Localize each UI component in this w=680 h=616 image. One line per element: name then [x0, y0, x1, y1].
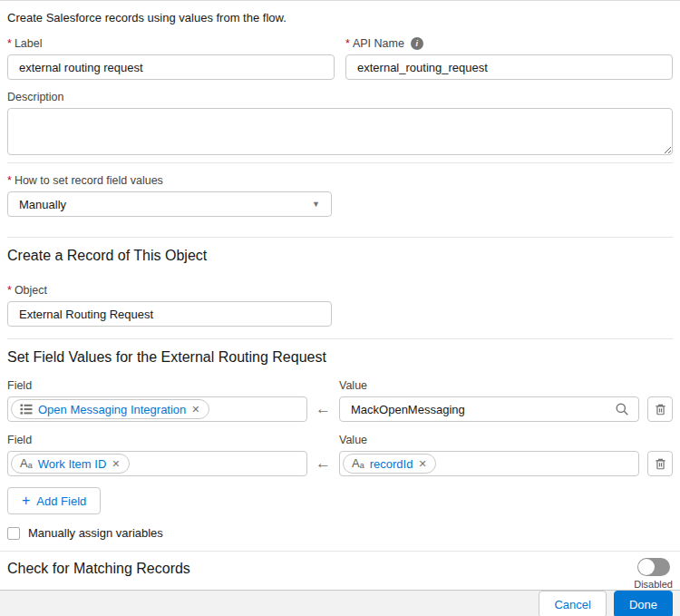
picklist-icon	[20, 403, 33, 416]
value-column-label: Value	[339, 379, 639, 392]
field-column-label: Field	[7, 379, 307, 392]
api-name-field-label: * API Name i	[345, 37, 673, 50]
done-button[interactable]: Done	[614, 591, 673, 616]
how-to-set-dropdown[interactable]: Manually ▼	[7, 191, 332, 217]
value-column-label: Value	[339, 434, 639, 446]
panel-description: Create Salesforce records using values f…	[7, 11, 673, 25]
divider	[7, 237, 673, 238]
pill-label: recordId	[370, 457, 413, 471]
close-icon[interactable]: ✕	[418, 459, 426, 469]
set-field-values-section-title: Set Field Values for the External Routin…	[7, 348, 673, 367]
chevron-down-icon: ▼	[312, 200, 320, 209]
checkbox-label: Manually assign variables	[28, 526, 163, 540]
api-name-input[interactable]	[345, 54, 673, 80]
field-pill[interactable]: Open Messaging Integration ✕	[11, 399, 209, 419]
search-icon[interactable]	[615, 402, 629, 416]
toggle-state-label: Disabled	[634, 579, 673, 590]
arrow-left-icon: ←	[316, 396, 331, 422]
pill-label: Work Item ID	[38, 457, 107, 471]
label-input[interactable]	[7, 54, 335, 80]
divider	[7, 162, 673, 163]
manually-assign-variables-row[interactable]: Manually assign variables	[7, 526, 673, 540]
manually-assign-variables-checkbox[interactable]	[7, 527, 20, 540]
close-icon[interactable]: ✕	[112, 459, 120, 469]
info-icon[interactable]: i	[411, 37, 423, 50]
create-record-section-title: Create a Record of This Object	[7, 247, 673, 265]
field-pill-input[interactable]: Open Messaging Integration ✕	[7, 396, 307, 422]
arrow-left-icon: ←	[316, 451, 331, 476]
check-matching-records-title: Check for Matching Records	[7, 560, 190, 578]
divider	[0, 551, 680, 552]
trash-icon	[654, 457, 667, 471]
text-type-icon: Aa	[352, 457, 364, 470]
trash-icon	[654, 403, 667, 416]
value-pill-input[interactable]: Aa recordId ✕	[339, 451, 639, 476]
value-pill[interactable]: Aa recordId ✕	[343, 454, 436, 474]
required-asterisk: *	[345, 37, 350, 50]
required-asterisk: *	[7, 284, 12, 297]
description-field-label: Description	[7, 91, 673, 103]
pill-label: Open Messaging Integration	[38, 403, 186, 416]
required-asterisk: *	[7, 174, 12, 187]
field-value-row: Field Open Messaging Integrati	[7, 379, 673, 422]
add-field-button[interactable]: + Add Field	[7, 487, 101, 514]
delete-row-button[interactable]	[647, 396, 673, 422]
divider	[7, 338, 673, 339]
footer-bar: Cancel Done	[0, 590, 680, 616]
how-to-set-field-label: * How to set record field values	[7, 174, 673, 187]
value-search-input[interactable]	[339, 396, 639, 422]
field-value-row: Field Aa Work Item ID ✕ ←	[7, 434, 673, 476]
field-column-label: Field	[7, 434, 307, 446]
create-records-panel: Create Salesforce records using values f…	[0, 0, 680, 616]
object-input[interactable]	[7, 301, 332, 327]
description-textarea[interactable]	[7, 108, 673, 155]
check-matching-records-toggle[interactable]	[637, 558, 670, 576]
toggle-knob	[638, 559, 655, 575]
field-pill-input[interactable]: Aa Work Item ID ✕	[7, 451, 307, 476]
cancel-button[interactable]: Cancel	[539, 591, 606, 616]
object-field-label: * Object	[7, 284, 673, 297]
dropdown-selected-value: Manually	[19, 198, 66, 211]
required-asterisk: *	[7, 37, 12, 50]
text-type-icon: Aa	[20, 457, 33, 470]
delete-row-button[interactable]	[647, 451, 673, 476]
label-field-label: * Label	[7, 37, 335, 50]
close-icon[interactable]: ✕	[191, 405, 199, 415]
field-pill[interactable]: Aa Work Item ID ✕	[11, 454, 130, 474]
plus-icon: +	[22, 493, 30, 509]
